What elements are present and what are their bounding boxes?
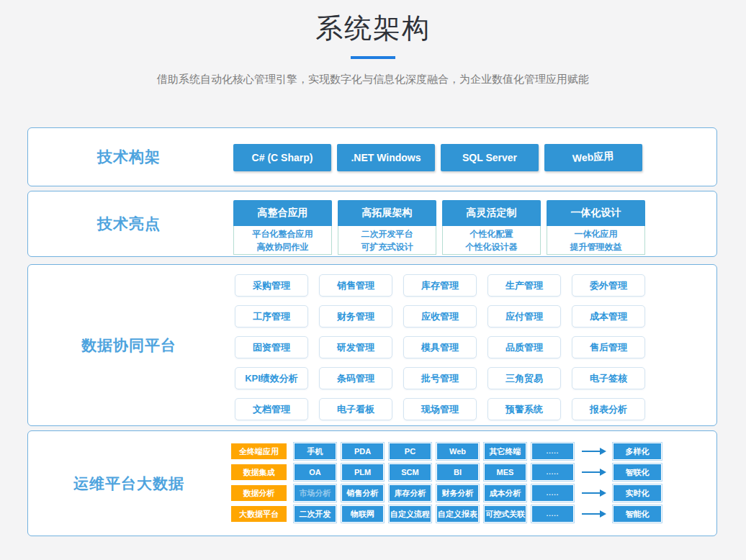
- module-button[interactable]: 研发管理: [319, 336, 392, 358]
- highlight-line: 提升管理效益: [570, 240, 622, 253]
- ops-chip[interactable]: OA: [295, 464, 336, 480]
- ops-result-chip[interactable]: 智联化: [614, 464, 661, 480]
- highlight-line: 平台化整合应用: [253, 227, 313, 240]
- ops-result-chip[interactable]: 实时化: [614, 485, 661, 501]
- ops-chip[interactable]: 市场分析: [295, 485, 336, 501]
- module-grid-row: 工序管理 财务管理 应收管理 应付管理 成本管理: [235, 305, 645, 328]
- highlight-card-title: 高整合应用: [233, 200, 332, 226]
- ops-chip[interactable]: 库存分析: [390, 485, 431, 501]
- ops-chip[interactable]: 可控式关联: [485, 506, 526, 522]
- module-grid-row: KPI绩效分析 条码管理 批号管理 三角贸易 电子签核: [235, 367, 645, 389]
- tech-button-row: C# (C Sharp) .NET Windows SQL Server Web…: [233, 144, 642, 171]
- highlight-card-integration: 高整合应用 平台化整合应用 高效协同作业: [233, 200, 332, 255]
- tech-button-csharp[interactable]: C# (C Sharp): [233, 144, 331, 171]
- ops-chip-more[interactable]: .....: [532, 506, 573, 522]
- module-button[interactable]: 电子签核: [572, 367, 645, 389]
- highlight-line: 二次开发平台: [361, 227, 413, 240]
- highlight-card-flexibility: 高灵活定制 个性化配置 个性化设计器: [442, 200, 541, 255]
- tech-button-sqlserver[interactable]: SQL Server: [441, 144, 539, 171]
- ops-tag: 数据集成: [231, 464, 287, 480]
- module-button[interactable]: 销售管理: [319, 274, 392, 297]
- module-button[interactable]: 报表分析: [572, 398, 645, 420]
- ops-result-chip[interactable]: 智能化: [614, 506, 661, 522]
- module-button[interactable]: 采购管理: [235, 274, 308, 297]
- tech-button-web-label: Web应用: [572, 150, 614, 166]
- tech-button-web[interactable]: Web应用: [544, 144, 642, 171]
- module-button[interactable]: 模具管理: [403, 336, 477, 358]
- arrow-right-icon: [582, 471, 601, 473]
- module-button[interactable]: 财务管理: [319, 305, 392, 328]
- ops-chip[interactable]: BI: [437, 464, 478, 480]
- ops-chip[interactable]: PLM: [342, 464, 383, 480]
- ops-chip[interactable]: PC: [390, 443, 431, 459]
- ops-chip[interactable]: 二次开发: [295, 506, 336, 522]
- ops-chip[interactable]: 财务分析: [437, 485, 478, 501]
- module-button[interactable]: 品质管理: [487, 336, 561, 358]
- ops-chip-more[interactable]: .....: [532, 464, 573, 480]
- highlight-card-extension: 高拓展架构 二次开发平台 可扩充式设计: [338, 200, 436, 255]
- module-button[interactable]: 文档管理: [235, 398, 308, 420]
- section-data-platform: 数据协同平台 采购管理 销售管理 库存管理 生产管理 委外管理 工序管理 财务管…: [27, 264, 717, 426]
- ops-tag: 数据分析: [231, 485, 287, 501]
- module-button[interactable]: 条码管理: [319, 367, 392, 389]
- highlight-card-title: 一体化设计: [547, 200, 645, 226]
- module-button[interactable]: 工序管理: [235, 305, 308, 328]
- section-label-tech-highlights: 技术亮点: [28, 214, 230, 234]
- section-tech-highlights: 技术亮点 高整合应用 平台化整合应用 高效协同作业 高拓展架构 二次开发平台 可…: [27, 191, 717, 257]
- module-button[interactable]: 预警系统: [487, 398, 561, 420]
- page-subtitle: 借助系统自动化核心管理引擎，实现数字化与信息化深度融合，为企业数值化管理应用赋能: [0, 73, 746, 86]
- ops-chip[interactable]: PDA: [342, 443, 383, 459]
- ops-tag: 大数据平台: [231, 506, 287, 522]
- ops-chip[interactable]: 成本分析: [485, 485, 526, 501]
- highlight-card-body: 二次开发平台 可扩充式设计: [338, 226, 436, 255]
- ops-chip[interactable]: 手机: [295, 443, 336, 459]
- module-grid: 采购管理 销售管理 库存管理 生产管理 委外管理 工序管理 财务管理 应收管理 …: [235, 274, 645, 429]
- section-label-data-platform: 数据协同平台: [28, 335, 230, 356]
- ops-chip-more[interactable]: .....: [532, 485, 573, 501]
- ops-chip[interactable]: 自定义流程: [390, 506, 431, 522]
- ops-chip-more[interactable]: .....: [532, 443, 573, 459]
- arrow-right-icon: [582, 451, 601, 452]
- module-button[interactable]: 固资管理: [235, 336, 308, 358]
- section-ops-platform: 运维平台大数据 全终端应用 手机 PDA PC Web 其它终端 ..... 多…: [27, 430, 717, 536]
- module-button[interactable]: 应付管理: [487, 305, 561, 328]
- ops-row-integration: 数据集成 OA PLM SCM BI MES ..... 智联化: [231, 464, 661, 480]
- ops-row-bigdata: 大数据平台 二次开发 物联网 自定义流程 自定义报表 可控式关联 ..... 智…: [231, 506, 661, 522]
- ops-chip[interactable]: 其它终端: [485, 443, 526, 459]
- module-grid-row: 采购管理 销售管理 库存管理 生产管理 委外管理: [235, 274, 645, 297]
- tech-button-dotnet[interactable]: .NET Windows: [337, 144, 435, 171]
- highlight-card-unified: 一体化设计 一体化应用 提升管理效益: [547, 200, 645, 255]
- module-button[interactable]: 现场管理: [403, 398, 477, 420]
- ops-chip[interactable]: 物联网: [342, 506, 383, 522]
- module-button[interactable]: 售后管理: [572, 336, 645, 358]
- section-tech-framework: 技术构架 C# (C Sharp) .NET Windows SQL Serve…: [27, 127, 717, 186]
- module-button[interactable]: 成本管理: [572, 305, 645, 328]
- ops-chip[interactable]: 销售分析: [342, 485, 383, 501]
- highlight-line: 个性化配置: [470, 227, 513, 240]
- ops-result-chip[interactable]: 多样化: [614, 443, 661, 459]
- module-button[interactable]: 电子看板: [319, 398, 392, 420]
- module-grid-row: 文档管理 电子看板 现场管理 预警系统 报表分析: [235, 398, 645, 420]
- ops-chip[interactable]: 自定义报表: [437, 506, 478, 522]
- module-button[interactable]: 应收管理: [403, 305, 477, 328]
- section-label-tech-framework: 技术构架: [28, 147, 230, 167]
- ops-chip[interactable]: Web: [437, 443, 478, 459]
- module-button[interactable]: 批号管理: [403, 367, 477, 389]
- highlight-card-body: 个性化配置 个性化设计器: [442, 226, 541, 255]
- module-button[interactable]: 生产管理: [487, 274, 561, 297]
- arrow-right-icon: [582, 492, 601, 494]
- module-button[interactable]: 库存管理: [403, 274, 477, 297]
- highlight-card-title: 高灵活定制: [442, 200, 541, 226]
- page-title: 系统架构: [0, 10, 746, 47]
- highlight-line: 高效协同作业: [257, 240, 309, 253]
- section-label-ops-platform: 运维平台大数据: [28, 474, 230, 494]
- module-grid-row: 固资管理 研发管理 模具管理 品质管理 售后管理: [235, 336, 645, 358]
- ops-chip[interactable]: MES: [485, 464, 526, 480]
- module-button[interactable]: 三角贸易: [487, 367, 561, 389]
- module-button[interactable]: KPI绩效分析: [235, 367, 308, 389]
- title-underline: [351, 56, 395, 59]
- ops-chip[interactable]: SCM: [390, 464, 431, 480]
- module-button[interactable]: 委外管理: [572, 274, 645, 297]
- ops-tag: 全终端应用: [231, 443, 287, 459]
- ops-flow: 全终端应用 手机 PDA PC Web 其它终端 ..... 多样化 数据集成 …: [231, 443, 661, 527]
